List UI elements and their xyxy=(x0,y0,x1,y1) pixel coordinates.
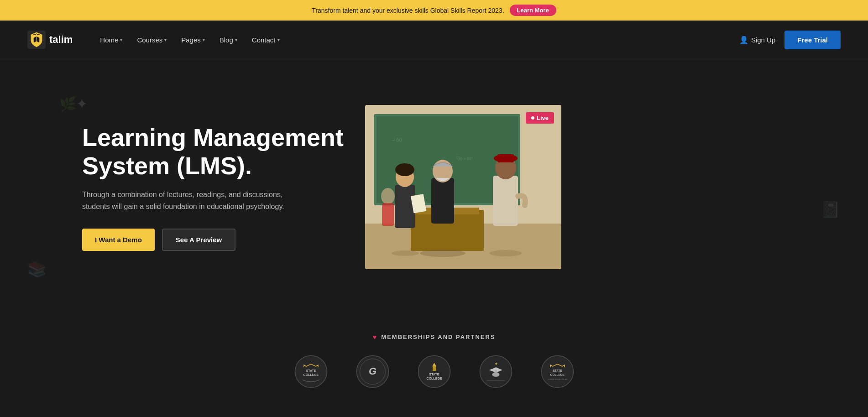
svg-text:STATE: STATE xyxy=(306,369,316,372)
svg-text:STATE: STATE xyxy=(429,373,439,376)
chevron-icon: ▾ xyxy=(203,37,205,42)
svg-rect-12 xyxy=(395,185,415,228)
deco-books-icon: 📚 xyxy=(27,260,47,278)
svg-text:COLLEGE: COLLEGE xyxy=(303,373,319,376)
partner-badge-1: STATE COLLEGE xyxy=(294,354,328,389)
partner-logo-2: G xyxy=(356,354,390,389)
svg-rect-21 xyxy=(382,203,394,226)
partner-logo-3: STATE COLLEGE xyxy=(417,354,451,389)
svg-point-24 xyxy=(490,250,522,256)
nav-links: Home ▾ Courses ▾ Pages ▾ Blog ▾ Contact … xyxy=(100,36,739,44)
hero-title: Learning Management System (LMS). xyxy=(82,123,347,180)
chevron-icon: ▾ xyxy=(277,37,280,42)
demo-button[interactable]: I Want a Demo xyxy=(82,229,155,251)
hero-image-container: Live = (x) f(x) = ax² xyxy=(365,105,561,269)
hero-section: 🌿✦ 🎒 📓 📚 Learning Management System (LMS… xyxy=(0,59,868,315)
partner-badge-4: ✦ ———————— xyxy=(479,354,513,389)
nav-courses[interactable]: Courses ▾ xyxy=(137,36,167,44)
partner-logo-5: STATE COLLEGE LOREM IPSUM DOLAR xyxy=(540,354,575,389)
nav-actions: 👤 Sign Up Free Trial xyxy=(739,31,841,49)
partner-logo-4: ✦ ———————— xyxy=(479,354,513,389)
live-badge: Live xyxy=(526,112,554,124)
hero-content: Learning Management System (LMS). Throug… xyxy=(82,123,347,251)
svg-point-20 xyxy=(381,188,395,204)
partners-section: ♥ MEMBERSHIPS AND PARTNERS STATE COLLEGE… xyxy=(0,315,868,412)
user-icon: 👤 xyxy=(739,36,748,44)
partners-logos: STATE COLLEGE G STATE COLLEGE xyxy=(27,354,841,389)
svg-text:= (x): = (x) xyxy=(392,137,402,142)
nav-blog[interactable]: Blog ▾ xyxy=(220,36,237,44)
logo-text: talim xyxy=(49,34,73,46)
partner-logo-1: STATE COLLEGE xyxy=(294,354,328,389)
signup-link[interactable]: 👤 Sign Up xyxy=(739,36,775,44)
partner-badge-2: G xyxy=(356,354,390,389)
learn-more-button[interactable]: Learn More xyxy=(510,5,556,16)
logo[interactable]: talim xyxy=(27,31,73,49)
chevron-icon: ▾ xyxy=(164,37,167,42)
deco-notebook-icon: 📓 xyxy=(820,200,841,219)
partner-badge-5: STATE COLLEGE LOREM IPSUM DOLAR xyxy=(540,354,575,389)
chevron-icon: ▾ xyxy=(235,37,237,42)
logo-icon xyxy=(27,31,46,49)
classroom-image: = (x) f(x) = ax² xyxy=(365,105,561,269)
banner-text: Transform talent and your exclusive skil… xyxy=(312,7,504,14)
deco-leaves-icon: 🌿✦ xyxy=(59,96,88,112)
svg-text:————————: ———————— xyxy=(486,379,505,381)
svg-rect-32 xyxy=(433,366,436,371)
nav-pages[interactable]: Pages ▾ xyxy=(181,36,205,44)
svg-point-31 xyxy=(418,356,450,388)
chevron-icon: ▾ xyxy=(120,37,122,42)
svg-text:LOREM IPSUM DOLAR: LOREM IPSUM DOLAR xyxy=(548,378,567,381)
top-banner: Transform talent and your exclusive skil… xyxy=(0,0,868,21)
svg-text:✦: ✦ xyxy=(494,361,497,366)
svg-text:G: G xyxy=(368,365,376,377)
hero-subtitle: Through a combination of lectures, readi… xyxy=(82,189,292,212)
svg-text:STATE: STATE xyxy=(553,369,562,372)
svg-point-39 xyxy=(492,372,499,377)
svg-text:COLLEGE: COLLEGE xyxy=(550,373,565,376)
svg-rect-19 xyxy=(497,154,514,162)
partner-badge-3: STATE COLLEGE xyxy=(417,354,451,389)
svg-rect-16 xyxy=(493,176,518,226)
svg-point-14 xyxy=(395,163,414,176)
svg-point-22 xyxy=(420,250,465,257)
hero-image: Live = (x) f(x) = ax² xyxy=(365,105,561,269)
svg-rect-10 xyxy=(431,178,454,224)
partners-heading: ♥ MEMBERSHIPS AND PARTNERS xyxy=(27,333,841,341)
free-trial-button[interactable]: Free Trial xyxy=(784,31,841,49)
preview-button[interactable]: See A Preview xyxy=(162,229,235,251)
svg-point-23 xyxy=(392,250,419,256)
live-dot-icon xyxy=(531,116,534,120)
svg-text:f(x) = ax²: f(x) = ax² xyxy=(456,156,473,161)
nav-home[interactable]: Home ▾ xyxy=(100,36,122,44)
navbar: talim Home ▾ Courses ▾ Pages ▾ Blog ▾ Co… xyxy=(0,21,868,59)
svg-text:COLLEGE: COLLEGE xyxy=(426,377,442,380)
heart-icon: ♥ xyxy=(372,333,377,341)
nav-contact[interactable]: Contact ▾ xyxy=(252,36,280,44)
hero-buttons: I Want a Demo See A Preview xyxy=(82,229,347,251)
